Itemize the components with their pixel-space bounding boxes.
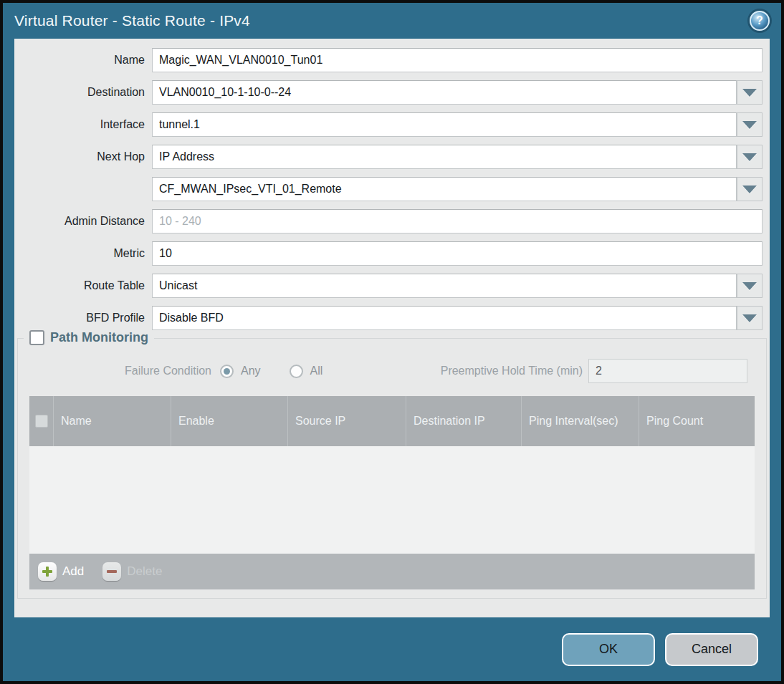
static-route-dialog: Virtual Router - Static Route - IPv4 ? N… xyxy=(0,0,784,684)
form-row-destination: Destination xyxy=(14,80,763,105)
column-header-ping-interval[interactable]: Ping Interval(sec) xyxy=(522,396,639,446)
next-hop-address-input[interactable] xyxy=(152,177,737,201)
radio-dot xyxy=(293,368,300,375)
plus-icon xyxy=(38,562,57,581)
path-monitoring-checkbox[interactable] xyxy=(29,330,44,345)
chevron-down-icon xyxy=(742,89,757,97)
form-row-next-hop-address xyxy=(14,177,763,201)
next-hop-type-dropdown-button[interactable] xyxy=(737,145,763,169)
delete-button-label: Delete xyxy=(127,564,162,579)
form-row-next-hop: Next Hop xyxy=(14,145,763,169)
add-button[interactable]: Add xyxy=(38,562,84,581)
admin-distance-label: Admin Distance xyxy=(14,215,152,228)
chevron-down-icon xyxy=(742,282,757,290)
interface-input[interactable] xyxy=(152,112,737,137)
cancel-button[interactable]: Cancel xyxy=(665,633,758,666)
radio-dot xyxy=(224,368,230,375)
path-monitoring-section: Path Monitoring Failure Condition Any Al… xyxy=(17,338,767,599)
chevron-down-icon xyxy=(742,186,757,193)
failure-condition-any-label: Any xyxy=(241,365,261,377)
table-header-select-all xyxy=(29,396,54,446)
chevron-down-icon xyxy=(742,314,757,322)
dialog-content: Name Destination Interface Next Hop xyxy=(14,39,770,617)
metric-label: Metric xyxy=(14,247,152,260)
add-button-label: Add xyxy=(62,564,84,579)
form-row-name: Name xyxy=(14,48,763,72)
chevron-down-icon xyxy=(742,121,757,129)
delete-button[interactable]: Delete xyxy=(102,562,162,581)
table-toolbar: Add Delete xyxy=(29,554,755,589)
name-input[interactable] xyxy=(152,48,763,72)
failure-condition-radio-all[interactable] xyxy=(290,365,303,378)
column-header-enable[interactable]: Enable xyxy=(171,396,288,446)
failure-condition-row: Failure Condition Any All Preemptive Hol… xyxy=(18,358,766,384)
bfd-profile-label: BFD Profile xyxy=(14,312,152,324)
table-body-empty xyxy=(29,446,755,554)
next-hop-address-dropdown-button[interactable] xyxy=(737,177,763,201)
dialog-title: Virtual Router - Static Route - IPv4 xyxy=(14,12,250,29)
form-row-admin-distance: Admin Distance xyxy=(14,209,763,233)
table-header-row: Name Enable Source IP Destination IP Pin… xyxy=(29,396,755,446)
interface-label: Interface xyxy=(14,118,152,131)
minus-icon xyxy=(102,562,121,581)
column-header-destination-ip[interactable]: Destination IP xyxy=(406,396,522,446)
next-hop-label: Next Hop xyxy=(14,150,152,163)
ok-button[interactable]: OK xyxy=(562,633,655,666)
bfd-profile-dropdown-button[interactable] xyxy=(737,306,763,330)
form-row-route-table: Route Table xyxy=(14,274,763,298)
interface-dropdown-button[interactable] xyxy=(737,112,763,137)
name-label: Name xyxy=(14,54,152,67)
form-row-bfd-profile: BFD Profile xyxy=(14,306,763,330)
metric-input[interactable] xyxy=(152,241,763,266)
help-icon[interactable]: ? xyxy=(750,11,770,31)
failure-condition-label: Failure Condition xyxy=(18,365,220,377)
preemptive-hold-time-label: Preemptive Hold Time (min) xyxy=(441,365,588,377)
failure-condition-all-label: All xyxy=(310,365,323,377)
dialog-titlebar: Virtual Router - Static Route - IPv4 ? xyxy=(3,3,781,39)
destination-label: Destination xyxy=(14,86,152,99)
route-table-label: Route Table xyxy=(14,279,152,292)
route-table-dropdown-button[interactable] xyxy=(737,274,763,298)
column-header-source-ip[interactable]: Source IP xyxy=(288,396,406,446)
column-header-name[interactable]: Name xyxy=(54,396,171,446)
form-row-interface: Interface xyxy=(14,112,763,137)
destination-input[interactable] xyxy=(152,80,737,105)
path-monitoring-legend: Path Monitoring xyxy=(24,330,154,345)
select-all-checkbox[interactable] xyxy=(35,415,48,428)
route-table-input[interactable] xyxy=(152,274,737,298)
form-row-metric: Metric xyxy=(14,241,763,266)
chevron-down-icon xyxy=(742,153,757,161)
preemptive-hold-time-input[interactable] xyxy=(588,359,747,383)
path-monitoring-title: Path Monitoring xyxy=(50,330,148,345)
bfd-profile-input[interactable] xyxy=(152,306,737,330)
failure-condition-radio-any[interactable] xyxy=(220,365,234,378)
next-hop-type-input[interactable] xyxy=(152,145,737,169)
destination-dropdown-button[interactable] xyxy=(737,80,763,105)
path-monitoring-table: Name Enable Source IP Destination IP Pin… xyxy=(29,396,755,589)
column-header-ping-count[interactable]: Ping Count xyxy=(639,396,755,446)
dialog-footer: OK Cancel xyxy=(3,617,781,681)
admin-distance-input[interactable] xyxy=(152,209,763,233)
